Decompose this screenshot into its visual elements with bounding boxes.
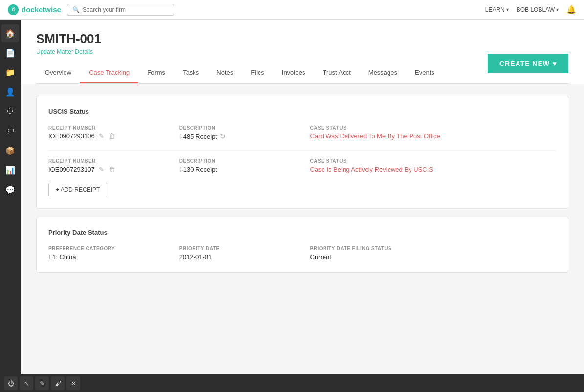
add-receipt-button[interactable]: + ADD RECEIPT — [48, 183, 107, 196]
toolbar-cursor-button[interactable]: ↖ — [20, 376, 33, 390]
sidebar-item-box[interactable]: 📦 — [1, 142, 19, 159]
filing-status-value: Current — [310, 253, 557, 261]
priority-date-value: 2012-01-01 — [179, 253, 303, 261]
receipt-1-number-value: IOE0907293106 ✎ 🗑 — [48, 132, 172, 140]
receipt-2-number-field: RECEIPT NUMBER IOE0907293107 ✎ 🗑 — [48, 158, 172, 173]
tab-case-tracking[interactable]: Case Tracking — [80, 63, 138, 83]
tab-forms[interactable]: Forms — [138, 63, 174, 83]
preference-category-value: F1: China — [48, 253, 172, 261]
create-new-button[interactable]: CREATE NEW ▾ — [488, 54, 568, 73]
logo-icon: d — [8, 4, 19, 15]
main-wrapper: SMITH-001 Update Matter Details CREATE N… — [21, 20, 584, 392]
receipt-2-description-field: DESCRIPTION I-130 Receipt — [179, 158, 303, 173]
page-header-area: SMITH-001 Update Matter Details CREATE N… — [21, 20, 584, 84]
search-input[interactable] — [83, 6, 169, 13]
learn-chevron: ▾ — [506, 7, 509, 12]
receipt-1-description-value: I-485 Receipt ↻ — [179, 132, 303, 140]
receipt-2-description-value: I-130 Receipt — [179, 166, 303, 173]
receipt-1-status-value: Card Was Delivered To Me By The Post Off… — [310, 132, 557, 140]
add-receipt-area: + ADD RECEIPT — [48, 183, 556, 196]
priority-date-card: Priority Date Status PREFERENCE CATEGORY… — [36, 217, 568, 273]
receipt-divider — [48, 150, 556, 151]
topnav-right: LEARN ▾ BOB LOBLAW ▾ 🔔 — [485, 5, 576, 14]
receipt-2-status-field: CASE STATUS Case Is Being Actively Revie… — [310, 158, 557, 173]
notifications-bell[interactable]: 🔔 — [566, 5, 576, 14]
tab-tasks[interactable]: Tasks — [174, 63, 208, 83]
priority-card-title: Priority Date Status — [48, 229, 556, 236]
tab-files[interactable]: Files — [242, 63, 273, 83]
toolbar-brush-button[interactable]: 🖌 — [51, 376, 65, 390]
preference-category-field: PREFERENCE CATEGORY F1: China — [48, 246, 172, 261]
receipt-2-delete-button[interactable]: 🗑 — [108, 166, 116, 173]
topnav-left: d docketwise 🔍 — [8, 4, 174, 16]
receipt-1-description-field: DESCRIPTION I-485 Receipt ↻ — [179, 125, 303, 140]
page-title: SMITH-001 — [36, 31, 568, 46]
tab-messages[interactable]: Messages — [360, 63, 406, 83]
receipt-2-edit-button[interactable]: ✎ — [98, 166, 105, 173]
sidebar-item-messages[interactable]: 💬 — [1, 181, 19, 198]
search-icon: 🔍 — [72, 6, 80, 13]
sidebar-item-files[interactable]: 📄 — [1, 44, 19, 62]
top-navigation: d docketwise 🔍 LEARN ▾ BOB LOBLAW ▾ 🔔 — [0, 0, 584, 20]
content-area: USCIS Status RECEIPT NUMBER IOE090729310… — [21, 84, 584, 392]
uscis-status-card: USCIS Status RECEIPT NUMBER IOE090729310… — [36, 96, 568, 209]
filing-status-field: PRIORITY DATE FILING STATUS Current — [310, 246, 557, 261]
receipt-row-2: RECEIPT NUMBER IOE0907293107 ✎ 🗑 DESCRIP… — [48, 158, 556, 173]
tab-events[interactable]: Events — [406, 63, 443, 83]
create-chevron: ▾ — [553, 60, 557, 67]
sidebar-item-tags[interactable]: 🏷 — [1, 122, 19, 140]
receipt-2-number-value: IOE0907293107 ✎ 🗑 — [48, 166, 172, 173]
brand-name: docketwise — [22, 5, 61, 14]
priority-grid: PREFERENCE CATEGORY F1: China PRIORITY D… — [48, 246, 556, 261]
sidebar-item-reports[interactable]: 📊 — [1, 161, 19, 179]
toolbar-power-button[interactable]: ⏻ — [4, 376, 18, 390]
logo[interactable]: d docketwise — [8, 4, 61, 15]
toolbar-close-button[interactable]: ✕ — [66, 376, 80, 390]
sidebar-item-home[interactable]: 🏠 — [1, 24, 19, 42]
tab-overview[interactable]: Overview — [36, 63, 80, 83]
user-chevron: ▾ — [556, 7, 559, 12]
sidebar-item-tasks[interactable]: ⏱ — [1, 103, 19, 120]
tab-invoices[interactable]: Invoices — [273, 63, 314, 83]
refresh-icon[interactable]: ↻ — [220, 132, 226, 140]
priority-date-field: PRIORITY DATE 2012-01-01 — [179, 246, 303, 261]
sidebar-item-contacts[interactable]: 👤 — [1, 83, 19, 101]
tab-trust-acct[interactable]: Trust Acct — [314, 63, 359, 83]
receipt-1-number-field: RECEIPT NUMBER IOE0907293106 ✎ 🗑 — [48, 125, 172, 140]
learn-menu[interactable]: LEARN ▾ — [485, 6, 509, 13]
receipt-2-status-value: Case Is Being Actively Reviewed By USCIS — [310, 166, 557, 173]
bottom-toolbar: ⏻ ↖ ✎ 🖌 ✕ — [0, 374, 584, 392]
toolbar-pen-button[interactable]: ✎ — [35, 376, 49, 390]
search-box[interactable]: 🔍 — [67, 4, 174, 16]
receipt-1-delete-button[interactable]: 🗑 — [108, 132, 116, 140]
receipt-1-status-field: CASE STATUS Card Was Delivered To Me By … — [310, 125, 557, 140]
sidebar-item-folder[interactable]: 📁 — [1, 64, 19, 81]
tab-notes[interactable]: Notes — [208, 63, 242, 83]
uscis-card-title: USCIS Status — [48, 108, 556, 115]
sidebar: 🏠 📄 📁 👤 ⏱ 🏷 📦 📊 💬 ⚙ — [0, 20, 21, 392]
user-menu[interactable]: BOB LOBLAW ▾ — [517, 6, 559, 13]
receipt-row-1: RECEIPT NUMBER IOE0907293106 ✎ 🗑 DESCRIP… — [48, 125, 556, 140]
receipt-1-edit-button[interactable]: ✎ — [98, 132, 105, 140]
